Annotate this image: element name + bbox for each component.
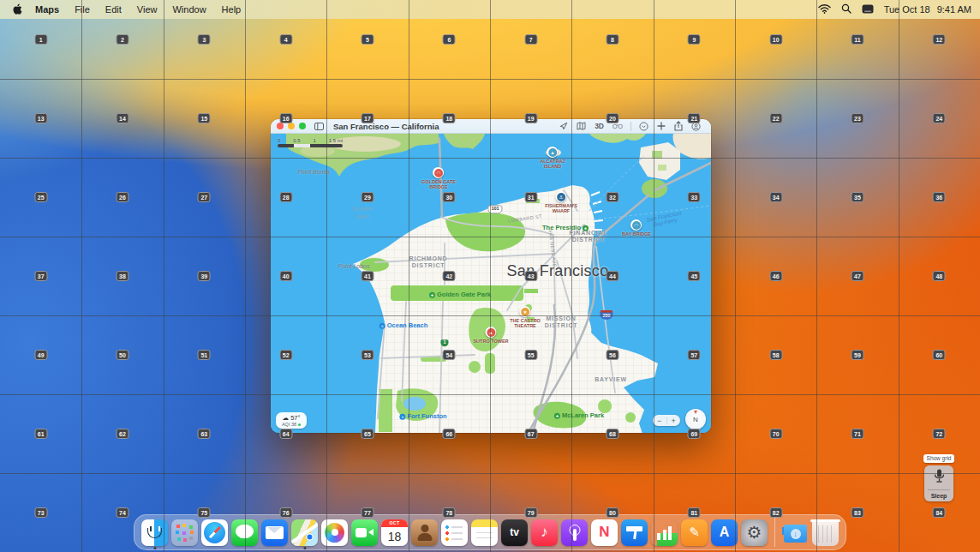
3d-button[interactable]: 3D xyxy=(590,122,608,130)
grid-number-83[interactable]: 83 xyxy=(852,507,864,518)
grid-number-65[interactable]: 65 xyxy=(362,429,374,439)
marker-fishermans-wharf[interactable]: ⚓FISHERMAN'S WHARF xyxy=(545,191,577,213)
grid-number-2[interactable]: 2 xyxy=(117,34,129,45)
menu-edit[interactable]: Edit xyxy=(98,4,129,15)
menu-view[interactable]: View xyxy=(129,4,165,15)
menu-window[interactable]: Window xyxy=(164,4,213,15)
grid-number-60[interactable]: 60 xyxy=(933,350,946,360)
dock-icon-downloads[interactable] xyxy=(782,519,809,546)
grid-number-13[interactable]: 13 xyxy=(34,113,47,123)
grid-number-43[interactable]: 43 xyxy=(524,271,537,281)
grid-number-10[interactable]: 10 xyxy=(769,34,782,45)
grid-number-18[interactable]: 18 xyxy=(443,113,456,123)
grid-number-27[interactable]: 27 xyxy=(198,192,211,202)
menu-file[interactable]: File xyxy=(67,4,98,15)
marker-alcatraz-island[interactable]: ▲ALCATRAZ ISLAND xyxy=(540,147,565,169)
grid-number-15[interactable]: 15 xyxy=(198,113,211,123)
grid-number-61[interactable]: 61 xyxy=(34,429,47,439)
grid-number-14[interactable]: 14 xyxy=(117,113,129,123)
grid-number-25[interactable]: 25 xyxy=(34,192,47,202)
grid-number-44[interactable]: 44 xyxy=(607,271,619,281)
grid-number-6[interactable]: 6 xyxy=(443,34,456,45)
grid-number-67[interactable]: 67 xyxy=(524,429,537,439)
zoom-out-button[interactable]: − xyxy=(653,416,666,426)
zoom-window-button[interactable] xyxy=(299,123,306,129)
grid-number-9[interactable]: 9 xyxy=(688,34,701,45)
grid-number-16[interactable]: 16 xyxy=(279,113,292,123)
grid-number-7[interactable]: 7 xyxy=(524,34,537,45)
grid-number-48[interactable]: 48 xyxy=(933,271,946,281)
grid-number-76[interactable]: 76 xyxy=(279,507,292,518)
grid-number-1[interactable]: 1 xyxy=(34,34,47,45)
grid-number-8[interactable]: 8 xyxy=(607,34,619,45)
grid-number-46[interactable]: 46 xyxy=(769,271,782,281)
map-mode-button[interactable] xyxy=(572,122,590,130)
dock-icon-facetime[interactable] xyxy=(351,519,378,546)
dock-icon-notes[interactable] xyxy=(471,519,498,546)
grid-number-34[interactable]: 34 xyxy=(769,192,782,202)
grid-number-59[interactable]: 59 xyxy=(852,350,864,360)
mode-dropdown-button[interactable] xyxy=(635,122,653,131)
grid-number-47[interactable]: 47 xyxy=(852,271,864,281)
grid-number-52[interactable]: 52 xyxy=(279,350,292,360)
grid-number-66[interactable]: 66 xyxy=(443,429,456,439)
grid-number-42[interactable]: 42 xyxy=(443,271,456,281)
grid-number-53[interactable]: 53 xyxy=(362,350,374,360)
grid-number-12[interactable]: 12 xyxy=(933,34,946,45)
close-button[interactable] xyxy=(277,123,284,129)
wifi-icon[interactable] xyxy=(818,4,831,15)
dock-icon-messages[interactable] xyxy=(231,519,258,546)
grid-number-40[interactable]: 40 xyxy=(279,271,292,281)
display-icon[interactable] xyxy=(862,4,874,15)
grid-number-74[interactable]: 74 xyxy=(117,507,129,518)
grid-number-79[interactable]: 79 xyxy=(524,507,537,518)
dock-icon-safari[interactable] xyxy=(201,519,228,546)
grid-number-37[interactable]: 37 xyxy=(34,271,47,281)
grid-number-57[interactable]: 57 xyxy=(688,350,701,360)
grid-number-5[interactable]: 5 xyxy=(362,34,374,45)
grid-number-45[interactable]: 45 xyxy=(688,271,701,281)
grid-number-54[interactable]: 54 xyxy=(443,350,456,360)
grid-number-39[interactable]: 39 xyxy=(198,271,211,281)
grid-number-51[interactable]: 51 xyxy=(198,350,211,360)
grid-number-31[interactable]: 31 xyxy=(524,192,537,202)
grid-number-33[interactable]: 33 xyxy=(688,192,701,202)
grid-number-29[interactable]: 29 xyxy=(362,192,374,202)
location-button[interactable] xyxy=(555,122,572,130)
grid-number-58[interactable]: 58 xyxy=(769,350,782,360)
grid-number-21[interactable]: 21 xyxy=(688,113,701,123)
marker-sutro-tower[interactable]: ▲SUTRO TOWER xyxy=(473,327,508,344)
grid-number-11[interactable]: 11 xyxy=(852,34,864,45)
grid-number-62[interactable]: 62 xyxy=(117,429,129,439)
grid-number-77[interactable]: 77 xyxy=(362,507,374,518)
grid-number-75[interactable]: 75 xyxy=(198,507,211,518)
dock-icon-finder[interactable] xyxy=(141,519,168,546)
grid-number-28[interactable]: 28 xyxy=(279,192,292,202)
dock-icon-appstore[interactable] xyxy=(711,519,738,546)
grid-number-81[interactable]: 81 xyxy=(688,507,701,518)
menu-maps[interactable]: Maps xyxy=(27,4,67,15)
grid-number-38[interactable]: 38 xyxy=(117,271,129,281)
voice-control-button[interactable]: Sleep xyxy=(924,465,953,501)
look-around-button[interactable] xyxy=(608,123,627,129)
dock-icon-music[interactable] xyxy=(531,519,558,546)
grid-number-26[interactable]: 26 xyxy=(117,192,129,202)
grid-number-35[interactable]: 35 xyxy=(852,192,864,202)
grid-number-32[interactable]: 32 xyxy=(607,192,619,202)
window-titlebar[interactable]: San Francisco — California 3D xyxy=(271,119,711,134)
grid-number-63[interactable]: 63 xyxy=(198,429,211,439)
apple-menu-icon[interactable] xyxy=(12,3,22,15)
dock-icon-calendar[interactable]: OCT18 xyxy=(381,519,408,546)
grid-number-20[interactable]: 20 xyxy=(607,113,619,123)
share-button[interactable] xyxy=(670,121,687,131)
dock-icon-photos[interactable] xyxy=(321,519,348,546)
grid-number-19[interactable]: 19 xyxy=(524,113,537,123)
dock-icon-trash[interactable] xyxy=(812,519,839,546)
zoom-controls[interactable]: − + xyxy=(653,415,680,426)
dock-icon-news[interactable] xyxy=(591,519,618,546)
grid-number-70[interactable]: 70 xyxy=(769,429,782,439)
grid-number-4[interactable]: 4 xyxy=(279,34,292,45)
dock-icon-numbers[interactable] xyxy=(651,519,678,546)
grid-number-41[interactable]: 41 xyxy=(362,271,374,281)
dock-icon-settings[interactable] xyxy=(741,519,768,546)
